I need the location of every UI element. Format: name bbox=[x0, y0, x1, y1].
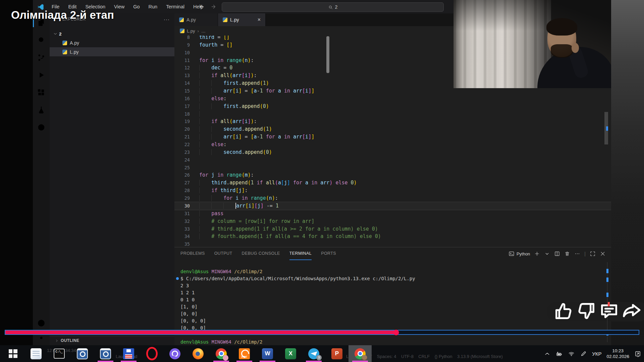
taskbar-camera-app-icon-2[interactable] bbox=[94, 345, 117, 362]
command-center-search[interactable]: 2 bbox=[222, 2, 444, 12]
line-number: 20 bbox=[174, 125, 190, 133]
menu-go[interactable]: Go bbox=[133, 4, 140, 9]
like-button[interactable] bbox=[552, 300, 575, 324]
account-icon[interactable] bbox=[37, 318, 46, 328]
clock-circle-icon[interactable] bbox=[37, 123, 46, 132]
firefox-icon bbox=[193, 348, 204, 359]
source-control-icon[interactable] bbox=[37, 53, 46, 62]
clock-time: 10:23 bbox=[606, 348, 629, 354]
breadcrumb-file[interactable]: L.py bbox=[187, 28, 195, 34]
code-line-21: 21 arr[i] = [a-1 for a in arr[i]] bbox=[174, 133, 611, 141]
video-frame: FileEditSelectionViewGoRunTerminalHelp 2… bbox=[0, 0, 644, 362]
word-icon: W bbox=[262, 348, 273, 359]
taskbar-windows-start-icon[interactable] bbox=[1, 345, 24, 362]
wifi-icon[interactable] bbox=[568, 350, 575, 357]
app-letter: P bbox=[331, 348, 342, 359]
line-number: 21 bbox=[174, 133, 190, 141]
taskbar-firefox-icon[interactable] bbox=[186, 345, 210, 362]
taskbar-word-icon[interactable]: W bbox=[256, 345, 279, 362]
terminal-line: 2 3 bbox=[180, 282, 601, 289]
open-app-indicator bbox=[352, 361, 368, 362]
chevron-up-icon[interactable] bbox=[544, 350, 551, 357]
dislike-button[interactable] bbox=[575, 300, 598, 324]
tab-close-icon[interactable]: × bbox=[258, 17, 261, 22]
taskbar-opera-icon[interactable] bbox=[140, 345, 163, 362]
testing-icon[interactable] bbox=[37, 105, 46, 115]
panel-tab-problems[interactable]: PROBLEMS bbox=[180, 247, 205, 260]
trash-icon[interactable] bbox=[564, 251, 570, 257]
taskbar-powerpoint-icon[interactable]: P bbox=[325, 345, 348, 362]
search-icon bbox=[328, 5, 333, 10]
terminal-line: $ C:/Users/denvl/AppData/Local/Microsoft… bbox=[180, 275, 601, 282]
taskbar-notepad-icon[interactable] bbox=[24, 345, 48, 362]
taskbar-viber-icon[interactable] bbox=[163, 345, 186, 362]
language-indicator[interactable]: УКР bbox=[592, 351, 601, 357]
line-number: 10 bbox=[174, 49, 190, 57]
run-debug-icon[interactable] bbox=[37, 70, 46, 80]
more-icon[interactable] bbox=[574, 251, 580, 257]
code-line-24: 24 bbox=[174, 156, 611, 164]
profile-avatar bbox=[223, 355, 228, 361]
taskbar-excel-icon[interactable]: X bbox=[279, 345, 302, 362]
panel-tab-ports[interactable]: PORTS bbox=[321, 247, 336, 260]
file-label: L.py bbox=[70, 49, 78, 55]
close-icon[interactable] bbox=[600, 251, 606, 257]
open-app-indicator bbox=[213, 361, 229, 362]
menu-terminal[interactable]: Terminal bbox=[166, 4, 184, 9]
breadcrumb-separator: › bbox=[198, 28, 199, 34]
terminal-app-icon bbox=[54, 349, 65, 359]
split-icon[interactable] bbox=[554, 251, 560, 257]
tab-l.py[interactable]: L.py× bbox=[218, 13, 266, 26]
chevron-down-icon[interactable] bbox=[544, 251, 550, 257]
taskbar-telegram-icon[interactable]: 9 bbox=[302, 345, 325, 362]
taskbar-camera-app-icon[interactable] bbox=[71, 345, 94, 362]
taskbar-floppy-app-icon[interactable] bbox=[117, 345, 140, 362]
forward-arrow-icon[interactable] bbox=[211, 3, 217, 10]
code-line-18: 18 bbox=[174, 110, 611, 118]
player-ghost-bar bbox=[326, 36, 329, 73]
code-line-33: 33 # third.append(1 if all(a >= 2 for a … bbox=[174, 225, 611, 233]
activity-bar bbox=[33, 13, 50, 345]
action-center-icon[interactable] bbox=[634, 350, 641, 357]
share-icon bbox=[621, 318, 643, 323]
sidebar-item-l.py[interactable]: L.py bbox=[50, 47, 174, 56]
taskbar-foxit-pdf-icon[interactable]: PDF bbox=[233, 345, 256, 362]
video-progress-knob[interactable] bbox=[393, 329, 399, 335]
panel-tab-output[interactable]: OUTPUT bbox=[214, 247, 232, 260]
menu-view[interactable]: View bbox=[114, 4, 124, 9]
explorer-more-actions[interactable]: ··· bbox=[164, 16, 170, 22]
battery-icon[interactable] bbox=[556, 350, 563, 357]
code-line-27: 27 third.append(1 if all(a[j] for a in a… bbox=[174, 179, 611, 187]
extensions-icon[interactable] bbox=[37, 88, 46, 97]
sidebar-item-a.py[interactable]: A.py bbox=[50, 38, 174, 47]
code-line-26: 26for j in range(m): bbox=[174, 171, 611, 179]
explorer-file-list: A.pyL.py bbox=[50, 38, 174, 56]
terminal-line: [1, 0] bbox=[180, 303, 601, 310]
taskbar-terminal-app-icon[interactable] bbox=[48, 345, 71, 362]
breadcrumb-more[interactable]: … bbox=[201, 28, 206, 34]
clock[interactable]: 10:2302.02.2026 bbox=[606, 348, 629, 359]
video-progress-bar[interactable] bbox=[5, 330, 639, 335]
panel-tab-debug-console[interactable]: DEBUG CONSOLE bbox=[241, 247, 280, 260]
panel-tab-terminal[interactable]: TERMINAL bbox=[289, 247, 312, 260]
taskbar-chrome-icon-2[interactable] bbox=[348, 345, 372, 362]
back-arrow-icon[interactable] bbox=[198, 3, 205, 10]
search-side-icon[interactable] bbox=[37, 36, 46, 45]
code-line-15: 15 arr[i] = [a-1 for a in arr[i]] bbox=[174, 87, 611, 95]
explorer-folder-row[interactable]: 2 bbox=[50, 29, 174, 38]
maximize-icon[interactable] bbox=[590, 251, 596, 257]
pen-icon[interactable] bbox=[580, 350, 587, 357]
code-line-22: 22 else: bbox=[174, 141, 611, 148]
open-app-indicator bbox=[260, 361, 275, 362]
plus-icon[interactable] bbox=[534, 251, 540, 257]
notification-badge: 9 bbox=[316, 355, 322, 360]
share-button[interactable] bbox=[621, 300, 643, 324]
tab-a.py[interactable]: A.py bbox=[174, 13, 218, 26]
taskbar-chrome-icon[interactable] bbox=[210, 345, 233, 362]
outline-section[interactable]: OUTLINE bbox=[50, 336, 174, 345]
code-line-34: 34 # fourth.append(1 if all(a == 4 for a… bbox=[174, 233, 611, 240]
menu-run[interactable]: Run bbox=[149, 4, 158, 9]
line-number: 8 bbox=[174, 36, 190, 41]
terminal-shell-selector[interactable]: Python bbox=[508, 251, 530, 257]
terminal-scroll-mark bbox=[606, 278, 608, 282]
